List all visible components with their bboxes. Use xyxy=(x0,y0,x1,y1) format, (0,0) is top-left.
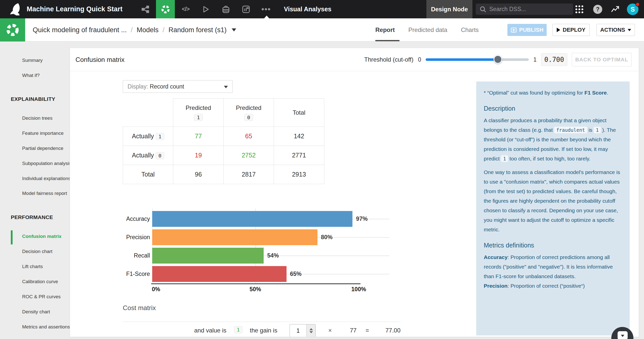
sidebar-item-what-if[interactable]: What if? xyxy=(22,73,40,78)
sidebar-item-lift-charts[interactable]: Lift charts xyxy=(22,264,43,269)
dataiku-bird-logo[interactable] xyxy=(9,2,23,16)
code-icon[interactable]: </> xyxy=(180,0,191,18)
predicted-positive-total: 96 xyxy=(173,165,224,184)
dashboard-icon[interactable] xyxy=(240,0,252,18)
breadcrumb-models[interactable]: Models xyxy=(137,26,158,34)
gain-stepper[interactable]: 1 xyxy=(290,324,316,337)
cost-if-model-predicts: If model predicts xyxy=(129,334,173,337)
chevron-up-icon[interactable] xyxy=(309,328,313,330)
code-fraudulent: fraudulent xyxy=(554,127,587,133)
lab-tab-active[interactable] xyxy=(156,0,175,18)
sidebar-section-explainability: EXPLAINABILITY xyxy=(11,96,55,102)
flow-icon[interactable] xyxy=(140,0,151,18)
actual-negative-total: 2771 xyxy=(274,146,324,165)
breadcrumb-analysis[interactable]: Quick modeling of fraudulent ... xyxy=(33,26,127,34)
lab-icon xyxy=(6,23,20,37)
analysis-header: Quick modeling of fraudulent ... / Model… xyxy=(0,18,644,41)
cost-and-value-is: and value is xyxy=(194,324,226,337)
model-dropdown-caret[interactable] xyxy=(232,28,236,31)
sidebar-item-subpopulation-analysis[interactable]: Subpopulation analysis xyxy=(22,161,71,166)
code-one: 1 xyxy=(594,127,600,133)
apps-grid-icon[interactable] xyxy=(575,5,584,14)
recall-bar[interactable] xyxy=(152,248,264,264)
precision-value: 80% xyxy=(321,229,333,245)
top-navbar: Machine Learning Quick Start </> ••• Vis… xyxy=(0,0,644,18)
table-row-total: Total 96 2817 2913 xyxy=(123,165,324,184)
false-positive-count: 19 xyxy=(173,146,224,165)
threshold-min: 0 xyxy=(418,56,421,63)
breadcrumb-model[interactable]: Random forest (s1) xyxy=(169,26,227,34)
play-icon[interactable] xyxy=(200,0,211,18)
help-icon[interactable]: ? xyxy=(593,5,602,14)
sidebar-item-feature-importance[interactable]: Feature importance xyxy=(22,131,64,136)
catalog-icon[interactable] xyxy=(220,0,231,18)
back-to-optimal-button[interactable]: BACK TO OPTIMAL xyxy=(572,53,632,66)
slider-handle[interactable] xyxy=(494,55,502,64)
sidebar-item-metrics-assertions[interactable]: Metrics and assertions xyxy=(22,324,70,330)
description-paragraph: A classifier produces a probability that… xyxy=(484,116,622,163)
confusion-table: Predicted 1 Predicted 0 Total Actually 1… xyxy=(123,98,324,184)
threshold-slider[interactable] xyxy=(426,55,529,64)
deploy-button[interactable]: DEPLOY xyxy=(552,24,590,36)
design-node-button[interactable]: Design Node xyxy=(426,0,472,18)
cost-matrix-divider xyxy=(123,322,401,322)
chat-icon xyxy=(618,331,628,339)
model-tabs: Report Predicted data Charts xyxy=(375,18,479,41)
deploy-icon xyxy=(557,28,560,32)
tab-charts[interactable]: Charts xyxy=(461,26,479,33)
active-item-bar xyxy=(11,230,13,244)
cost-matrix-title: Cost matrix xyxy=(123,304,156,312)
threshold-max: 1 xyxy=(533,56,537,63)
sidebar-item-confusion-matrix[interactable]: Confusion matrix xyxy=(22,234,61,239)
stepper-arrows[interactable] xyxy=(306,324,315,337)
threshold-value[interactable]: 0.700 xyxy=(541,53,567,66)
sidebar-item-individual-explanations[interactable]: Individual explanations xyxy=(22,176,70,181)
visual-analysis-badge[interactable] xyxy=(0,18,25,41)
chevron-down-icon xyxy=(224,86,228,88)
tab-report[interactable]: Report xyxy=(375,26,395,33)
project-title[interactable]: Machine Learning Quick Start xyxy=(27,0,123,18)
optimal-note: * “Optimal” cut was found by optimizing … xyxy=(484,88,622,98)
sidebar-item-roc-pr-curves[interactable]: ROC & PR curves xyxy=(22,294,61,300)
sidebar-section-performance: PERFORMANCE xyxy=(11,214,53,220)
cost-the-gain-is: the gain is xyxy=(250,324,277,337)
search-icon xyxy=(480,6,486,13)
table-row-actually-0: Actually 0 19 2752 2771 xyxy=(123,146,324,165)
col-header-predicted-0: Predicted 0 xyxy=(224,99,274,127)
sidebar-item-partial-dependence[interactable]: Partial dependence xyxy=(22,146,63,151)
sidebar-item-calibration-curve[interactable]: Calibration curve xyxy=(22,279,58,284)
actions-button[interactable]: ACTIONS xyxy=(596,24,635,36)
chevron-down-icon[interactable] xyxy=(309,331,313,333)
sidebar-item-model-fairness-report[interactable]: Model fairness report xyxy=(22,191,67,196)
chevron-down-icon xyxy=(628,29,631,31)
bar-label-recall: Recall xyxy=(70,248,150,264)
accuracy-bar[interactable] xyxy=(152,211,352,227)
lab-icon xyxy=(161,5,170,14)
publish-button[interactable]: PUBLISH xyxy=(507,24,547,36)
x-tick-0: 0% xyxy=(145,286,167,293)
display-mode-select[interactable]: Display: Record count xyxy=(123,80,233,93)
breadcrumb: Quick modeling of fraudulent ... / Model… xyxy=(33,18,236,41)
tab-predicted-data[interactable]: Predicted data xyxy=(408,26,447,33)
true-positive-count: 77 xyxy=(173,127,224,146)
precision-bar[interactable] xyxy=(152,229,317,245)
dss-screen: Machine Learning Quick Start </> ••• Vis… xyxy=(0,0,644,339)
predicted-negative-total: 2817 xyxy=(224,165,274,184)
activity-icon[interactable] xyxy=(611,5,619,13)
sidebar-item-density-chart[interactable]: Density chart xyxy=(22,309,50,315)
active-section-notch xyxy=(264,16,269,18)
sidebar-item-decision-trees[interactable]: Decision trees xyxy=(22,115,52,121)
active-tab-underline xyxy=(375,40,399,41)
global-search[interactable]: Search DSS... xyxy=(476,4,573,15)
description-heading: Description xyxy=(484,104,622,113)
sidebar-item-summary[interactable]: Summary xyxy=(22,58,43,63)
cost-value-badge: 1 xyxy=(234,326,243,333)
accuracy-value: 97% xyxy=(356,211,368,227)
cost-times-sign: × xyxy=(328,324,332,337)
f1-bar[interactable] xyxy=(152,266,287,282)
f1-value: 65% xyxy=(290,266,302,282)
threshold-label: Threshold (cut-off) xyxy=(364,56,414,63)
sidebar-item-decision-chart[interactable]: Decision chart xyxy=(22,249,52,254)
gain-value[interactable]: 1 xyxy=(290,324,306,337)
confusion-explanation-paragraph: One way to assess a classification model… xyxy=(484,167,622,234)
